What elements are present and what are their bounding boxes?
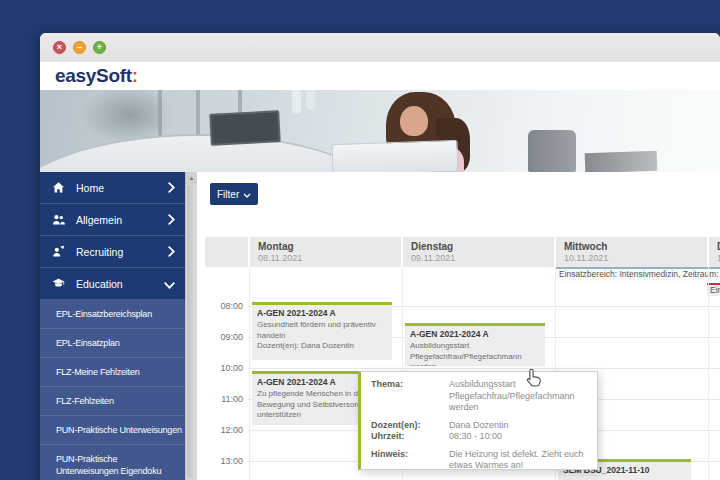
photo-shape — [306, 90, 315, 110]
tooltip-dozent-label: Dozent(en): — [371, 420, 449, 432]
calendar-content: Filter Montag 08.11.2021 Dienstag 09.11.… — [197, 172, 720, 480]
tooltip-dozent-value: Dana Dozentin — [449, 420, 509, 432]
day-header-dienstag: Dienstag 09.11.2021 — [403, 237, 554, 267]
education-icon — [52, 277, 66, 290]
sidebar-item-allgemein[interactable]: Allgemein — [40, 204, 185, 236]
sidebar-item-label: Recruiting — [76, 246, 168, 258]
app-window: × – + easySoft: Home — [40, 33, 720, 480]
hand-cursor-icon — [526, 368, 543, 391]
event-title: A-GEN 2021-2024 A — [410, 329, 540, 339]
time-label: 09:00 — [201, 332, 243, 342]
sidebar-item-flz-meine-fehlzeiten[interactable]: FLZ-Meine Fehlzeiten — [40, 358, 185, 387]
filter-button-label: Filter — [217, 189, 239, 200]
photo-shape — [490, 90, 720, 172]
sidebar-item-home[interactable]: Home — [40, 172, 185, 204]
photo-shape — [331, 140, 458, 172]
chevron-right-icon — [168, 179, 175, 197]
event-description: Ausbildungsstart Pflegefachfrau/Pflegefa… — [410, 341, 540, 366]
sidebar-item-recruiting[interactable]: Recruiting — [40, 236, 185, 268]
logo-bar: easySoft: — [40, 62, 720, 90]
tooltip-hinweis-label: Hinweis: — [371, 449, 449, 471]
time-label: 13:00 — [201, 456, 243, 466]
sidebar-scrollbar[interactable]: ▲ — [185, 172, 197, 480]
logo-colon: : — [132, 65, 138, 86]
day-header-mittwoch: Mittwoch 10.11.2021 — [556, 237, 707, 267]
close-icon[interactable]: × — [53, 41, 66, 54]
time-label: 12:00 — [201, 425, 243, 435]
sidebar-item-pun-eigendoku[interactable]: PUN-Praktische Unterweisungen Eigendoku — [40, 445, 185, 480]
users-icon — [52, 213, 66, 226]
column-separator — [249, 267, 250, 480]
day-name: Mittwoch — [564, 241, 707, 252]
education-submenu: EPL-Einsatzbereichsplan EPL-Einsatzplan … — [40, 300, 185, 480]
event-tooltip: Thema: Ausbildungsstart Pflegefachfrau/P… — [358, 371, 598, 470]
logo-soft: Soft — [96, 65, 132, 86]
day-date: 09.11.2021 — [411, 253, 554, 263]
time-label: 11:00 — [201, 394, 243, 404]
logo-easy: easy — [55, 65, 96, 86]
day-header-montag: Montag 08.11.2021 — [250, 237, 401, 267]
scrollbar-thumb[interactable] — [187, 185, 196, 478]
calendar-event-tuesday-0830[interactable]: A-GEN 2021-2024 A Ausbildungsstart Pfleg… — [405, 323, 545, 366]
calendar-event-monday-0800[interactable]: A-GEN 2021-2024 A Gesundheit fördern und… — [252, 302, 392, 360]
sidebar: Home Allgemein Recruiting — [40, 172, 185, 480]
sidebar-item-label: Home — [76, 182, 168, 194]
window-titlebar: × – + — [40, 33, 720, 62]
sidebar-item-education[interactable]: Education — [40, 268, 185, 300]
chevron-right-icon — [168, 243, 175, 261]
day-header-donnerstag: Donnerstag 11.11.2021 — [709, 237, 720, 267]
tooltip-thema-label: Thema: — [371, 379, 449, 414]
event-title: A-GEN 2021-2024 A — [257, 308, 387, 318]
tooltip-hinweis-value: Die Heizung ist defekt. Zieht euch etwas… — [449, 449, 587, 471]
column-separator — [708, 267, 709, 480]
header-photo — [40, 90, 720, 172]
hour-line — [248, 368, 720, 369]
event-dozent: Dozent(en): Dana Dozentin — [257, 341, 387, 352]
photo-shape — [209, 110, 281, 146]
einsatzbereich-banner: Einsatzbereich: Intensivmedizin, Zeitrau… — [556, 267, 720, 281]
photo-shape — [400, 106, 428, 136]
sidebar-item-pun-praktische-unterweisungen[interactable]: PUN-Praktische Unterweisungen — [40, 416, 185, 445]
sidebar-item-flz-fehlzeiten[interactable]: FLZ-Fehlzeiten — [40, 387, 185, 416]
main-area: Home Allgemein Recruiting — [40, 172, 720, 480]
time-label: 08:00 — [201, 301, 243, 311]
day-name: Dienstag — [411, 241, 554, 252]
time-gutter-header — [205, 237, 248, 267]
app-logo: easySoft: — [55, 65, 138, 87]
chevron-down-icon — [243, 189, 251, 200]
filter-button[interactable]: Filter — [210, 183, 258, 205]
sidebar-item-epl-einsatzbereichsplan[interactable]: EPL-Einsatzbereichsplan — [40, 300, 185, 329]
sidebar-item-label: Allgemein — [76, 214, 168, 226]
maximize-icon[interactable]: + — [93, 41, 106, 54]
event-description: Gesundheit fördern und präventiv handeln — [257, 320, 387, 341]
day-date: 08.11.2021 — [258, 253, 401, 263]
recruiting-icon — [52, 245, 66, 258]
home-icon — [52, 181, 66, 194]
minimize-icon[interactable]: – — [73, 41, 86, 54]
tooltip-uhrzeit-value: 08:30 - 10:00 — [449, 431, 502, 443]
day-date: 10.11.2021 — [564, 253, 707, 263]
sidebar-item-label: Education — [76, 278, 164, 290]
photo-shape — [292, 90, 301, 114]
tooltip-thema-value: Ausbildungsstart Pflegefachfrau/Pflegefa… — [449, 379, 587, 414]
time-label: 10:00 — [201, 363, 243, 373]
scrollbar-up-icon[interactable]: ▲ — [186, 172, 197, 184]
day-name: Montag — [258, 241, 401, 252]
sidebar-item-epl-einsatzplan[interactable]: EPL-Einsatzplan — [40, 329, 185, 358]
tooltip-uhrzeit-label: Uhrzeit: — [371, 431, 449, 443]
chevron-down-icon — [164, 275, 175, 293]
chevron-right-icon — [168, 211, 175, 229]
